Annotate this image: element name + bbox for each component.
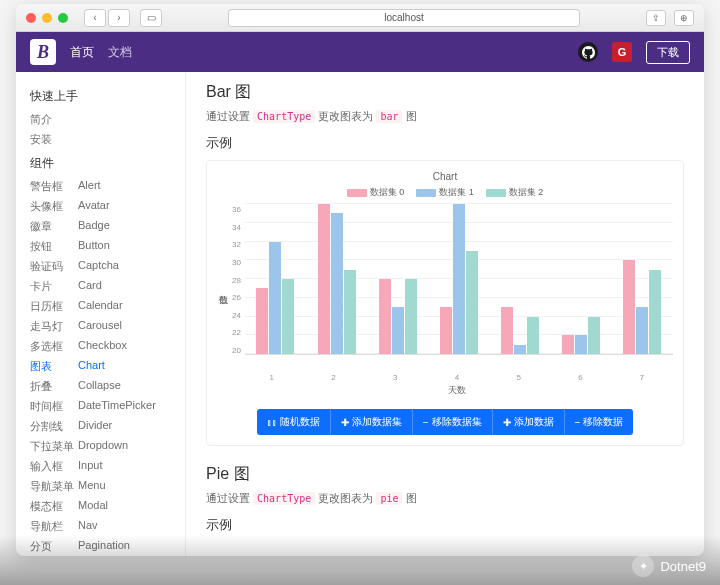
bar[interactable]: [269, 242, 281, 355]
sidebar-item-menu[interactable]: 导航菜单Menu: [30, 476, 185, 496]
sidebar-category: 快速上手: [30, 88, 185, 105]
legend-item[interactable]: 数据集 2: [486, 186, 544, 199]
sidebar-toggle-icon[interactable]: ▭: [140, 9, 162, 27]
sidebar-item-dropdown[interactable]: 下拉菜单Dropdown: [30, 436, 185, 456]
bar[interactable]: [466, 251, 478, 354]
plus-icon: ✚: [341, 417, 349, 428]
sidebar-item-button[interactable]: 按钮Button: [30, 236, 185, 256]
bar-group: [318, 204, 356, 354]
chart-title: Chart: [217, 171, 673, 182]
sidebar-item-card[interactable]: 卡片Card: [30, 276, 185, 296]
code-token: bar: [376, 110, 402, 123]
add-dataset-button[interactable]: ✚添加数据集: [331, 409, 413, 435]
section-title-bar: Bar 图: [206, 82, 684, 103]
bar-group: [501, 307, 539, 354]
gitee-icon[interactable]: G: [612, 42, 632, 62]
bar[interactable]: [636, 307, 648, 354]
sidebar-item-modal[interactable]: 模态框Modal: [30, 496, 185, 516]
bar[interactable]: [623, 260, 635, 354]
legend-item[interactable]: 数据集 0: [347, 186, 405, 199]
bar[interactable]: [392, 307, 404, 354]
logo-icon[interactable]: B: [30, 39, 56, 65]
chart-container: Chart 数据集 0数据集 1数据集 2 数值 363432302826242…: [206, 160, 684, 446]
sidebar-item-avatar[interactable]: 头像框Avatar: [30, 196, 185, 216]
bar-group: [562, 317, 600, 355]
sidebar-item[interactable]: 安装: [30, 129, 185, 149]
github-icon[interactable]: [578, 42, 598, 62]
chart-icon: ⫾⫾: [267, 417, 277, 428]
bar[interactable]: [331, 213, 343, 354]
y-axis: 363432302826242220: [232, 205, 245, 355]
sidebar-item-calendar[interactable]: 日历框Calendar: [30, 296, 185, 316]
bar[interactable]: [588, 317, 600, 355]
back-button[interactable]: ‹: [84, 9, 106, 27]
x-axis-label: 天数: [241, 384, 673, 397]
close-window-icon[interactable]: [26, 13, 36, 23]
code-token: ChartType: [253, 492, 315, 505]
bar[interactable]: [344, 270, 356, 354]
bar[interactable]: [501, 307, 513, 354]
sidebar-item-divider[interactable]: 分割线Divider: [30, 416, 185, 436]
bar[interactable]: [282, 279, 294, 354]
legend-item[interactable]: 数据集 1: [416, 186, 474, 199]
example-heading: 示例: [206, 134, 684, 152]
bar[interactable]: [527, 317, 539, 355]
bar-group: [256, 242, 294, 355]
sidebar-item-checkbox[interactable]: 多选框Checkbox: [30, 336, 185, 356]
sidebar-item-badge[interactable]: 徽章Badge: [30, 216, 185, 236]
sidebar-item-datetimepicker[interactable]: 时间框DateTimePicker: [30, 396, 185, 416]
sidebar: 快速上手 简介安装 组件 警告框Alert头像框Avatar徽章Badge按钮B…: [16, 72, 186, 556]
tabs-icon[interactable]: ⊕: [674, 10, 694, 26]
minus-icon: −: [423, 417, 429, 428]
chart-bars: [245, 205, 673, 355]
sidebar-category: 组件: [30, 155, 185, 172]
section-desc: 通过设置 ChartType 更改图表为 bar 图: [206, 109, 684, 124]
bar[interactable]: [514, 345, 526, 354]
bar[interactable]: [256, 288, 268, 354]
nav-docs[interactable]: 文档: [108, 44, 132, 61]
plus-icon: ✚: [503, 417, 511, 428]
bar[interactable]: [453, 204, 465, 354]
sidebar-item-carousel[interactable]: 走马灯Carousel: [30, 316, 185, 336]
section-title-pie: Pie 图: [206, 464, 684, 485]
sidebar-item[interactable]: 简介: [30, 109, 185, 129]
add-data-button[interactable]: ✚添加数据: [493, 409, 565, 435]
nav-home[interactable]: 首页: [70, 44, 94, 61]
code-token: pie: [376, 492, 402, 505]
remove-dataset-button[interactable]: −移除数据集: [413, 409, 493, 435]
random-data-button[interactable]: ⫾⫾随机数据: [257, 409, 331, 435]
chart-legend: 数据集 0数据集 1数据集 2: [217, 186, 673, 199]
example-heading: 示例: [206, 516, 684, 534]
sidebar-item-input[interactable]: 输入框Input: [30, 456, 185, 476]
share-icon[interactable]: ⇪: [646, 10, 666, 26]
bar-group: [440, 204, 478, 354]
remove-data-button[interactable]: −移除数据: [565, 409, 634, 435]
bar[interactable]: [575, 335, 587, 354]
bar[interactable]: [440, 307, 452, 354]
bar[interactable]: [379, 279, 391, 354]
bar-group: [623, 260, 661, 354]
main-content: Bar 图 通过设置 ChartType 更改图表为 bar 图 示例 Char…: [186, 72, 704, 556]
app-header: B 首页 文档 G 下载: [16, 32, 704, 72]
sidebar-item-alert[interactable]: 警告框Alert: [30, 176, 185, 196]
bar[interactable]: [405, 279, 417, 354]
minimize-window-icon[interactable]: [42, 13, 52, 23]
maximize-window-icon[interactable]: [58, 13, 68, 23]
watermark: ✦ Dotnet9: [632, 555, 706, 577]
sidebar-item-collapse[interactable]: 折叠Collapse: [30, 376, 185, 396]
bar[interactable]: [562, 335, 574, 354]
sidebar-item-captcha[interactable]: 验证码Captcha: [30, 256, 185, 276]
browser-titlebar: ‹ › ▭ localhost ⇪ ⊕: [16, 4, 704, 32]
x-axis: 1234567: [241, 373, 673, 382]
bar[interactable]: [649, 270, 661, 354]
code-token: ChartType: [253, 110, 315, 123]
bar[interactable]: [318, 204, 330, 354]
bar-group: [379, 279, 417, 354]
download-button[interactable]: 下载: [646, 41, 690, 64]
sidebar-item-nav[interactable]: 导航栏Nav: [30, 516, 185, 536]
section-desc: 通过设置 ChartType 更改图表为 pie 图: [206, 491, 684, 506]
minus-icon: −: [575, 417, 581, 428]
sidebar-item-chart[interactable]: 图表Chart: [30, 356, 185, 376]
forward-button[interactable]: ›: [108, 9, 130, 27]
url-bar[interactable]: localhost: [228, 9, 580, 27]
